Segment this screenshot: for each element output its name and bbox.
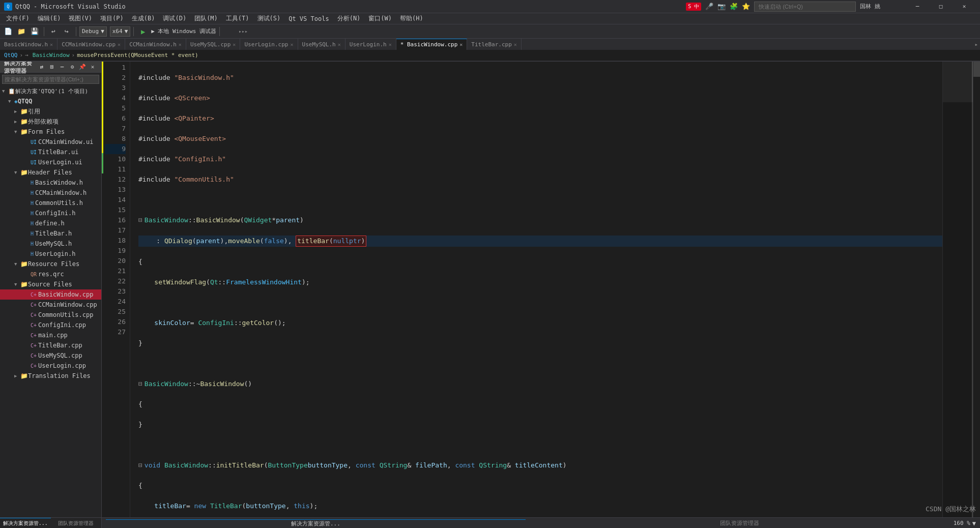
menu-bar: 文件(F) 编辑(E) 视图(V) 项目(P) 生成(B) 调试(D) 团队(M… — [0, 13, 980, 24]
tree-folder-ref[interactable]: ▶ 📁 引用 — [0, 106, 101, 116]
open-btn[interactable]: 📁 — [15, 26, 27, 37]
se-filter-btn[interactable]: ⊞ — [47, 63, 56, 72]
tree-project-qtqq[interactable]: ▼ ◈ QTQQ — [0, 96, 101, 106]
code-content[interactable]: #include "BasicWindow.h" #include <QScre… — [130, 62, 942, 517]
more-btns[interactable]: ▸▸▸ — [223, 26, 264, 37]
menu-analyze[interactable]: 分析(N) — [333, 13, 365, 24]
menu-debug[interactable]: 调试(D) — [159, 13, 190, 24]
se-properties-btn[interactable]: ⚙ — [68, 63, 77, 72]
tab-close-usemysql-h[interactable]: ✕ — [338, 42, 341, 47]
tab-close-ccmainwindow-h[interactable]: ✕ — [179, 42, 182, 47]
tree-file-userlogin-cpp[interactable]: ▶ C+ UserLogin.cpp — [0, 361, 101, 371]
menu-view[interactable]: 视图(V) — [65, 13, 96, 24]
tab-close-ccmainwindow-cpp[interactable]: ✕ — [118, 42, 121, 47]
menu-project[interactable]: 项目(P) — [96, 13, 128, 24]
close-button[interactable]: ✕ — [953, 0, 976, 13]
tab-close-userlogin-cpp[interactable]: ✕ — [290, 42, 293, 47]
sidebar-tab-solution[interactable]: 解决方案资源管... — [0, 518, 51, 528]
tree-file-ccmainwindow-h[interactable]: ▶ H CCMainWindow.h — [0, 188, 101, 198]
config-label: Debug — [82, 28, 99, 35]
tree-folder-extern[interactable]: ▶ 📁 外部依赖项 — [0, 116, 101, 127]
tree-file-ccmainwindow-cpp[interactable]: ▶ C+ CCMainWindow.cpp — [0, 300, 101, 310]
tree-file-basicwindow-cpp[interactable]: ▶ C+ BasicWindow.cpp — [0, 289, 101, 300]
tree-file-titlebar-h[interactable]: ▶ H TitleBar.h — [0, 228, 101, 239]
tree-file-titlebar-ui[interactable]: ▶ UI TitleBar.ui — [0, 147, 101, 157]
tree-file-usemysql-cpp[interactable]: ▶ C+ UseMySQL.cpp — [0, 350, 101, 361]
tab-ccmainwindow-cpp[interactable]: CCMainWindow.cpp ✕ — [57, 39, 125, 50]
tab-close-userlogin-h[interactable]: ✕ — [389, 42, 392, 47]
tree-file-titlebar-cpp[interactable]: ▶ C+ TitleBar.cpp — [0, 340, 101, 350]
tab-basicwindow-cpp[interactable]: * BasicWindow.cpp ✕ — [396, 39, 468, 50]
new-file-btn[interactable]: 📄 — [2, 26, 14, 37]
se-collapse-btn[interactable]: — — [57, 63, 67, 72]
tab-basicwindow-h[interactable]: BasicWindow.h ✕ — [0, 39, 57, 50]
editor-tab-solution[interactable]: 解决方案资源管... — [106, 519, 526, 527]
tab-userlogin-cpp[interactable]: UserLogin.cpp ✕ — [240, 39, 298, 50]
tree-folder-resource[interactable]: ▼ 📁 Resource Files — [0, 259, 101, 269]
tab-overflow[interactable]: ▸ — [972, 39, 980, 50]
scrollbar-thumb[interactable] — [973, 62, 980, 77]
redo-btn[interactable]: ↪ — [61, 26, 73, 37]
editor-minimap[interactable] — [942, 62, 973, 517]
save-btn[interactable]: 💾 — [28, 26, 41, 37]
tree-folder-source[interactable]: ▼ 📁 Source Files — [0, 279, 101, 289]
menu-team[interactable]: 团队(M) — [190, 13, 222, 24]
tree-solution[interactable]: ▼ 📋 解决方案'QTQQ'(1 个项目) — [0, 86, 101, 96]
tree-file-configini-cpp[interactable]: ▶ C+ ConfigIni.cpp — [0, 320, 101, 330]
tab-close-titlebar-cpp[interactable]: ✕ — [514, 42, 517, 47]
tab-titlebar-cpp[interactable]: TitleBar.cpp ✕ — [467, 39, 522, 50]
ui-file-icon: UI — [31, 160, 37, 165]
tab-userlogin-h[interactable]: UserLogin.h ✕ — [345, 39, 396, 50]
tab-close-usemysql-cpp[interactable]: ✕ — [233, 42, 236, 47]
sidebar-search-input[interactable] — [2, 75, 99, 84]
menu-qt[interactable]: Qt VS Tools — [284, 13, 333, 24]
collapse-20[interactable]: ⊟ — [138, 460, 142, 471]
platform-dropdown[interactable]: x64 ▼ — [110, 26, 131, 37]
editor-tab-team[interactable]: 团队资源管理器 — [530, 519, 949, 527]
tab-ccmainwindow-h[interactable]: CCMainWindow.h ✕ — [125, 39, 186, 50]
tree-file-userlogin-ui[interactable]: ▶ UI UserLogin.ui — [0, 157, 101, 167]
run-btn[interactable]: ▶ — [137, 26, 149, 37]
menu-window[interactable]: 窗口(W) — [364, 13, 396, 24]
tree-file-basicwindow-h[interactable]: ▶ H BasicWindow.h — [0, 178, 101, 188]
config-dropdown[interactable]: Debug ▼ — [79, 26, 107, 37]
tree-file-configini-h[interactable]: ▶ H ConfigIni.h — [0, 208, 101, 218]
tree-file-res-qrc[interactable]: ▶ QR res.qrc — [0, 269, 101, 279]
tab-usemysql-cpp[interactable]: UseMySQL.cpp ✕ — [186, 39, 241, 50]
menu-build[interactable]: 生成(B) — [128, 13, 159, 24]
undo-btn[interactable]: ↩ — [47, 26, 60, 37]
vertical-scrollbar[interactable] — [973, 62, 980, 517]
maximize-button[interactable]: □ — [929, 0, 953, 13]
tree-folder-header[interactable]: ▼ 📁 Header Files — [0, 167, 101, 178]
solution-icon: 📋 — [8, 88, 15, 95]
tree-file-commonutils-cpp[interactable]: ▶ C+ CommonUtils.cpp — [0, 310, 101, 320]
quick-launch-input[interactable] — [754, 2, 856, 12]
tab-usemysql-h[interactable]: UseMySQL.h ✕ — [298, 39, 345, 50]
tree-file-usemysql-h[interactable]: ▶ H UseMySQL.h — [0, 239, 101, 249]
collapse-16[interactable]: ⊟ — [138, 379, 142, 389]
menu-edit[interactable]: 编辑(E) — [34, 13, 65, 24]
tree-folder-translation[interactable]: ▶ 📁 Translation Files — [0, 371, 101, 381]
se-close-btn[interactable]: ✕ — [88, 63, 97, 72]
se-sync-btn[interactable]: ⇄ — [37, 63, 46, 72]
tab-close-basicwindow-h[interactable]: ✕ — [50, 42, 53, 47]
menu-tools[interactable]: 工具(T) — [222, 13, 253, 24]
tree-file-commonutils-h[interactable]: ▶ H CommonUtils.h — [0, 198, 101, 208]
collapse-8[interactable]: ⊟ — [138, 215, 142, 225]
tree-file-main-cpp[interactable]: ▶ C+ main.cpp — [0, 330, 101, 340]
tree-folder-form[interactable]: ▼ 📁 Form Files — [0, 127, 101, 137]
tree-file-define-h[interactable]: ▶ H define.h — [0, 218, 101, 228]
zoom-down[interactable]: ▼ — [972, 520, 976, 527]
sep4 — [219, 27, 220, 36]
menu-file[interactable]: 文件(F) — [2, 13, 34, 24]
menu-help[interactable]: 帮助(H) — [396, 13, 427, 24]
ui-file-icon: UI — [31, 139, 37, 145]
menu-test[interactable]: 测试(S) — [253, 13, 285, 24]
minimize-button[interactable]: ─ — [906, 0, 929, 13]
tab-close-basicwindow-cpp[interactable]: ✕ — [459, 42, 463, 47]
tree-file-userlogin-h[interactable]: ▶ H UserLogin.h — [0, 249, 101, 259]
tree-file-ccmainwindow-ui[interactable]: ▶ UI CCMainWindow.ui — [0, 137, 101, 147]
se-pin-btn[interactable]: 📌 — [78, 63, 87, 72]
ui-file-icon: UI — [31, 150, 37, 155]
sidebar-tab-team[interactable]: 团队资源管理器 — [51, 518, 102, 528]
